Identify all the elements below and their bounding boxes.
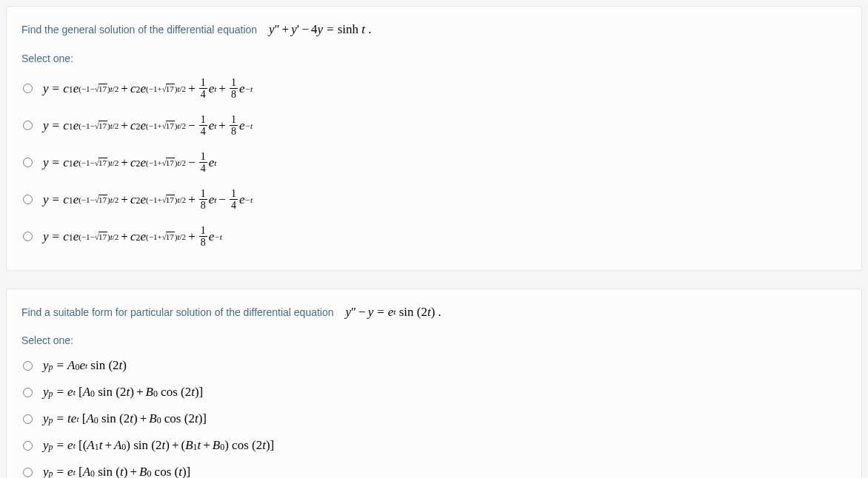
option-row: y=c1e(−1−√17)t/2+c2e(−1+√17)t/2+18et−14e… xyxy=(21,181,847,218)
option-math: y=c1e(−1−√17)t/2+c2e(−1+√17)t/2+18et−14e… xyxy=(43,188,253,212)
question-2-prompt-text: Find a suitable form for particular solu… xyxy=(21,306,334,318)
option-math: y=c1e(−1−√17)t/2+c2e(−1+√17)t/2+18e−t xyxy=(43,225,222,249)
question-1-equation: y″+y′−4y=sinh t . xyxy=(269,20,372,39)
option-radio[interactable] xyxy=(23,388,33,397)
option-row: y=c1e(−1−√17)t/2+c2e(−1+√17)t/2+18e−t xyxy=(21,218,847,255)
option-row: yp=et [A0 sin (2t)+B0 cos (2t)] xyxy=(21,379,847,405)
question-2-options: yp=A0et sin (2t) yp=et [A0 sin (2t)+B0 c… xyxy=(21,352,847,478)
option-row: y=c1e(−1−√17)t/2+c2e(−1+√17)t/2−14et+18e… xyxy=(21,107,847,144)
question-2-equation: y″−y=et sin (2t) . xyxy=(345,303,441,322)
option-radio[interactable] xyxy=(23,84,33,93)
option-row: y=c1e(−1−√17)t/2+c2e(−1+√17)t/2+14et+18e… xyxy=(21,70,847,107)
option-math: yp=et [(A1t+A0) sin (2t)+(B1t+B0) cos (2… xyxy=(43,438,274,453)
option-radio[interactable] xyxy=(23,195,33,204)
option-radio[interactable] xyxy=(23,232,33,241)
option-math: yp=tet [A0 sin (2t)+B0 cos (2t)] xyxy=(43,411,207,426)
option-radio[interactable] xyxy=(23,441,33,451)
option-math: y=c1e(−1−√17)t/2+c2e(−1+√17)t/2−14et xyxy=(43,151,216,175)
question-1-options: y=c1e(−1−√17)t/2+c2e(−1+√17)t/2+14et+18e… xyxy=(21,70,847,255)
option-row: yp=et [(A1t+A0) sin (2t)+(B1t+B0) cos (2… xyxy=(21,432,847,459)
option-radio[interactable] xyxy=(23,361,33,371)
question-2-prompt: Find a suitable form for particular solu… xyxy=(21,303,847,322)
option-math: y=c1e(−1−√17)t/2+c2e(−1+√17)t/2−14et+18e… xyxy=(43,114,253,138)
option-math: yp=A0et sin (2t) xyxy=(43,358,127,373)
option-row: yp=tet [A0 sin (2t)+B0 cos (2t)] xyxy=(21,405,847,432)
option-radio[interactable] xyxy=(23,158,33,167)
option-radio[interactable] xyxy=(23,414,33,424)
question-1-prompt: Find the general solution of the differe… xyxy=(21,20,847,39)
option-radio[interactable] xyxy=(23,121,33,130)
option-row: y=c1e(−1−√17)t/2+c2e(−1+√17)t/2−14et xyxy=(21,144,847,181)
option-math: y=c1e(−1−√17)t/2+c2e(−1+√17)t/2+14et+18e… xyxy=(43,77,253,101)
question-1-prompt-text: Find the general solution of the differe… xyxy=(21,24,257,36)
select-one-label-2: Select one: xyxy=(21,334,847,346)
option-math: yp=et [A0 sin (2t)+B0 cos (2t)] xyxy=(43,385,203,400)
question-2: Find a suitable form for particular solu… xyxy=(6,289,862,479)
option-radio[interactable] xyxy=(23,468,33,477)
option-row: yp=et [A0 sin (t)+B0 cos (t)] xyxy=(21,459,847,478)
question-1: Find the general solution of the differe… xyxy=(6,6,862,271)
option-row: yp=A0et sin (2t) xyxy=(21,352,847,379)
option-math: yp=et [A0 sin (t)+B0 cos (t)] xyxy=(43,465,190,478)
select-one-label-1: Select one: xyxy=(21,53,847,64)
